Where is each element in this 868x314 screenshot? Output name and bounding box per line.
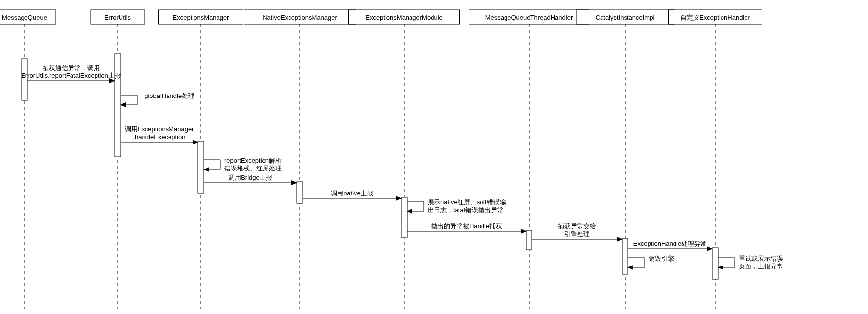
self-message [407,201,424,211]
message-label: 错误堆栈、红屏处理 [224,165,282,172]
message-label: _globalHandle处理 [141,92,194,99]
participant-label: MessageQueueThreadHandler [485,14,573,21]
message-label: 引擎处理 [564,230,590,238]
activation-bar [22,59,27,100]
participant-label: 自定义ExceptionHandler [680,14,750,21]
activation-bar [526,230,532,250]
message-label: 捕获通信异常，调用 [43,64,100,72]
message-label: reportException解析 [224,157,282,164]
participant-label: ErrorUtils [104,14,131,21]
self-message [121,95,137,105]
activation-bar [622,238,628,274]
message-label: 出日志，fatal错误抛出异常 [428,206,504,214]
message-label: 展示native红屏、soft错误输 [428,198,506,206]
message-label: 调用Bridge上报 [228,174,272,181]
participant-label: MessageQueue [2,14,47,21]
message-label: 捕获异常交给 [558,222,596,230]
participant-label: ExceptionsManagerModule [365,14,443,21]
self-message [628,258,645,267]
message-label: .handleExeception [133,133,186,141]
message-label: 调用ExceptionsManager [125,125,194,133]
activation-bar [198,141,204,193]
participant-label: CatalystInstanceImpl [596,14,655,21]
sequence-diagram: MessageQueueErrorUtilsExceptionsManagerN… [0,0,868,314]
message-label: 调用native上报 [331,190,373,197]
activation-bar [401,197,407,238]
message-label: 重试或展示错误 [739,255,783,262]
message-label: ExceptionHandle处理异常 [633,240,707,247]
message-label: 销毁引擎 [648,255,674,262]
message-label: ErrorUtils.reportFatalException上报 [21,72,121,79]
participant-label: ExceptionsManager [173,14,230,21]
activation-bar [712,248,718,279]
activation-bar [115,54,121,157]
message-label: 抛出的异常被Handle捕获 [431,222,502,230]
participant-label: NativeExceptionsManager [263,14,337,21]
self-message [204,160,220,169]
message-label: 页面，上报异常 [739,263,783,270]
self-message [718,258,735,267]
activation-bar [297,182,303,203]
